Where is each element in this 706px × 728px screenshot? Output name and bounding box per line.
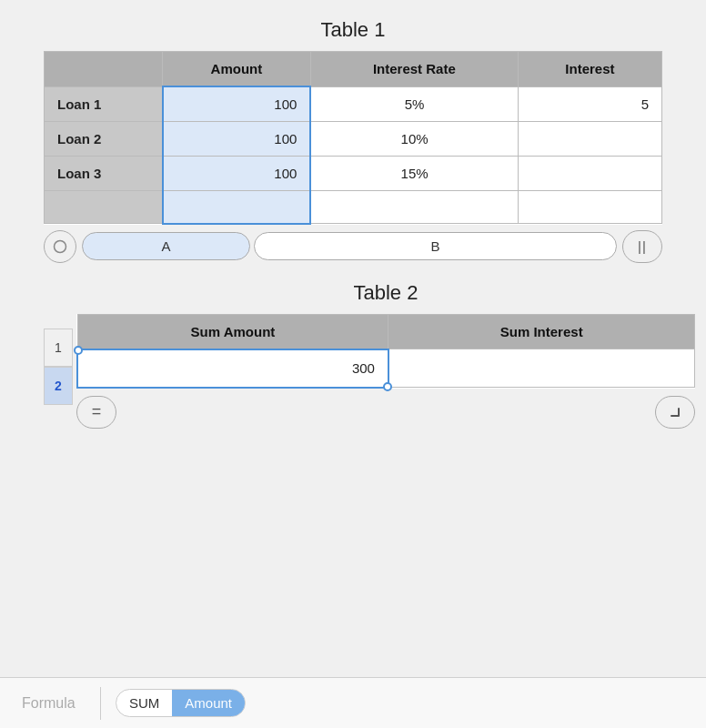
table-row: 300 (77, 349, 695, 388)
row-label-loan3: Loan 3 (45, 157, 163, 191)
row-label-loan1: Loan 1 (45, 86, 163, 122)
selection-handle-top (74, 346, 83, 355)
svg-point-0 (55, 240, 66, 252)
row-number-2: 2 (44, 367, 73, 405)
amount-loan2[interactable]: 100 (163, 122, 311, 157)
formula-label: Formula (22, 695, 86, 712)
interest-empty (518, 191, 661, 224)
amount-empty[interactable] (163, 191, 311, 224)
selection-handle-bottom (383, 382, 392, 391)
interest-loan2[interactable] (518, 122, 661, 157)
table2-header-sum-interest[interactable]: Sum Interest (388, 314, 695, 349)
table1: Amount Interest Rate Interest Loan 1 100… (44, 51, 662, 225)
table1-section: Table 1 Amount Interest Rate Interest Lo… (44, 18, 662, 263)
col-circle-icon[interactable] (44, 230, 76, 263)
row-label-loan2: Loan 2 (45, 122, 163, 157)
table-row: Loan 2 100 10% (45, 122, 662, 157)
row-numbers: 1 2 (44, 329, 73, 405)
rate-loan1[interactable]: 5% (310, 86, 518, 122)
col-a-indicator[interactable]: A (82, 232, 250, 260)
main-content: Table 1 Amount Interest Rate Interest Lo… (0, 0, 706, 677)
col-b-indicator[interactable]: B (254, 232, 617, 260)
table2: Sum Amount Sum Interest 300 (76, 314, 695, 389)
formula-pill-group: SUM Amount (116, 689, 246, 717)
amount-loan1[interactable]: 100 (163, 86, 311, 122)
row-label-empty (45, 191, 163, 224)
formula-bar: Formula SUM Amount (0, 677, 706, 728)
amount-loan3[interactable]: 100 (163, 157, 311, 191)
sum-amount-cell[interactable]: 300 (77, 349, 388, 388)
table1-header-amount[interactable]: Amount (163, 52, 311, 87)
interest-loan3[interactable] (518, 157, 661, 191)
table1-title: Table 1 (321, 18, 386, 42)
interest-loan1[interactable]: 5 (518, 86, 661, 122)
table2-section: Table 2 Sum Amount Sum Interest 300 (76, 281, 695, 429)
rate-empty (310, 191, 518, 224)
col-indicator-row: A B || (44, 230, 662, 263)
formula-amount-part[interactable]: Amount (172, 690, 245, 716)
table1-header-interest[interactable]: Interest (518, 52, 661, 87)
row-number-1: 1 (44, 329, 73, 367)
equals-button[interactable]: = (76, 396, 116, 429)
table2-wrap: Sum Amount Sum Interest 300 (76, 314, 695, 389)
rate-loan3[interactable]: 15% (310, 157, 518, 191)
table2-outer: 1 2 Table 2 Sum Amount Sum Interest (44, 281, 662, 429)
rate-loan2[interactable]: 10% (310, 122, 518, 157)
col-pause-indicator[interactable]: || (622, 230, 662, 263)
table-row-empty (45, 191, 662, 224)
table1-header-row (45, 52, 163, 87)
sum-interest-cell[interactable] (388, 349, 695, 388)
formula-separator (100, 687, 101, 720)
table1-header-interest-rate[interactable]: Interest Rate (310, 52, 518, 87)
table2-header-sum-amount[interactable]: Sum Amount (77, 314, 388, 349)
corner-button[interactable] (655, 396, 695, 429)
formula-sum-part[interactable]: SUM (116, 690, 172, 716)
table-row: Loan 3 100 15% (45, 157, 662, 191)
table2-title: Table 2 (354, 281, 419, 305)
table-row: Loan 1 100 5% 5 (45, 86, 662, 122)
bottom-controls: = (76, 396, 695, 429)
